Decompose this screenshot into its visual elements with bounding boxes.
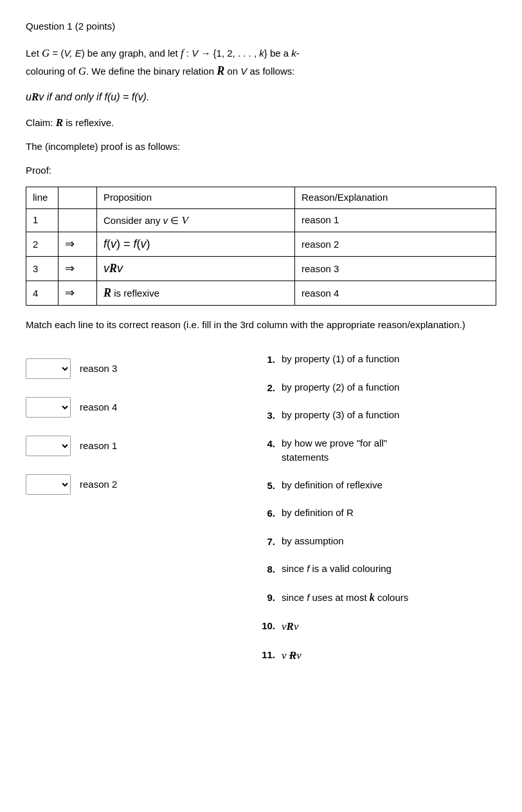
option-num-5: 5.	[257, 478, 275, 494]
option-text-7: by assumption	[282, 534, 344, 549]
option-8: 8. since f is a valid colouring	[257, 562, 496, 577]
proof-table: line Proposition Reason/Explanation 1 Co…	[26, 187, 496, 306]
answers-section: 1 2 3 4 5 6 7 8 9 10 11 reason 3 1 2 3 4	[26, 352, 496, 677]
table-row: 4 ⇒ R is reflexive reason 4	[26, 281, 496, 306]
dropdown-row-reason1: 1 2 3 4 5 6 7 8 9 10 11 reason 1	[26, 436, 219, 456]
question-title: Question 1 (2 points)	[26, 19, 496, 34]
proof-label: Proof:	[26, 163, 496, 178]
option-text-3: by property (3) of a function	[282, 408, 399, 423]
prop-2: f(v) = f(v)	[97, 232, 295, 257]
option-3: 3. by property (3) of a function	[257, 408, 496, 423]
option-num-4: 4.	[257, 436, 275, 452]
option-text-10: vRv	[282, 618, 298, 635]
option-10: 10. vRv	[257, 618, 496, 635]
option-num-11: 11.	[257, 647, 275, 663]
line-1: 1	[26, 208, 59, 232]
option-num-9: 9.	[257, 590, 275, 605]
reason-2: reason 2	[295, 232, 496, 257]
option-text-11: v Rv	[282, 647, 302, 664]
arrow-1	[59, 208, 97, 232]
option-num-6: 6.	[257, 506, 275, 521]
math-V1: V	[192, 48, 198, 59]
reason1-label: reason 1	[80, 439, 117, 454]
option-text-9: since f uses at most k colours	[282, 590, 408, 605]
option-text-2: by property (2) of a function	[282, 380, 399, 395]
option-text-5: by definition of reflexive	[282, 478, 382, 493]
prop-3: vRv	[97, 257, 295, 281]
option-num-10: 10.	[257, 618, 275, 634]
line-4: 4	[26, 281, 59, 306]
dropdown-row-reason2: 1 2 3 4 5 6 7 8 9 10 11 reason 2	[26, 474, 219, 495]
math-k2: k	[291, 48, 296, 59]
arrow-3: ⇒	[59, 257, 97, 281]
dropdown-row-reason4: 1 2 3 4 5 6 7 8 9 10 11 reason 4	[26, 397, 219, 418]
reason2-select[interactable]: 1 2 3 4 5 6 7 8 9 10 11	[26, 474, 71, 495]
col-header-reason: Reason/Explanation	[295, 187, 496, 209]
option-1: 1. by property (1) of a function	[257, 352, 496, 367]
reason-3: reason 3	[295, 257, 496, 281]
col-header-proposition: Proposition	[97, 187, 295, 209]
col-header-empty	[59, 187, 97, 209]
reason2-label: reason 2	[80, 477, 117, 492]
option-num-1: 1.	[257, 352, 275, 367]
options-column: 1. by property (1) of a function 2. by p…	[219, 352, 496, 677]
math-k1: k	[259, 48, 264, 59]
math-G: G	[42, 47, 50, 59]
option-num-8: 8.	[257, 562, 275, 577]
prop-4: R is reflexive	[97, 281, 295, 306]
option-9: 9. since f uses at most k colours	[257, 590, 496, 605]
table-row: 3 ⇒ vRv reason 3	[26, 257, 496, 281]
reason-4: reason 4	[295, 281, 496, 306]
table-row: 2 ⇒ f(v) = f(v) reason 2	[26, 232, 496, 257]
option-6: 6. by definition of R	[257, 506, 496, 521]
option-num-3: 3.	[257, 408, 275, 423]
option-num-2: 2.	[257, 380, 275, 396]
arrow-4: ⇒	[59, 281, 97, 306]
reason4-label: reason 4	[80, 400, 117, 415]
table-row: 1 Consider any v ∈ V reason 1	[26, 208, 496, 232]
arrow-2: ⇒	[59, 232, 97, 257]
math-VE: V, E	[64, 48, 81, 59]
line-2: 2	[26, 232, 59, 257]
reason3-select[interactable]: 1 2 3 4 5 6 7 8 9 10 11	[26, 358, 71, 379]
math-R1: R	[217, 64, 224, 77]
dropdowns-column: 1 2 3 4 5 6 7 8 9 10 11 reason 3 1 2 3 4	[26, 352, 219, 677]
line-3: 3	[26, 257, 59, 281]
math-V2: V	[240, 66, 247, 77]
question-title-text: Question 1	[26, 21, 73, 32]
option-4: 4. by how we prove "for all"statements	[257, 436, 496, 465]
option-11: 11. v Rv	[257, 647, 496, 664]
question-points: (2 points)	[75, 21, 116, 32]
option-2: 2. by property (2) of a function	[257, 380, 496, 396]
reason4-select[interactable]: 1 2 3 4 5 6 7 8 9 10 11	[26, 397, 71, 418]
dropdown-row-reason3: 1 2 3 4 5 6 7 8 9 10 11 reason 3	[26, 358, 219, 379]
option-7: 7. by assumption	[257, 534, 496, 549]
proof-intro: The (incomplete) proof is as follows:	[26, 140, 496, 154]
option-text-4: by how we prove "for all"statements	[282, 436, 387, 465]
intro-paragraph: Let G = (V, E) be any graph, and let f :…	[26, 44, 496, 80]
match-instruction: Match each line to its correct reason (i…	[26, 317, 496, 333]
col-header-line: line	[26, 187, 59, 209]
relation-definition: uRv if and only if f(u) = f(v).	[26, 89, 496, 106]
reason1-select[interactable]: 1 2 3 4 5 6 7 8 9 10 11	[26, 436, 71, 456]
math-G2: G	[78, 65, 86, 77]
option-text-6: by definition of R	[282, 506, 354, 521]
option-5: 5. by definition of reflexive	[257, 478, 496, 494]
option-num-7: 7.	[257, 534, 275, 549]
reason-1: reason 1	[295, 208, 496, 232]
claim-text: Claim: R is reflexive.	[26, 115, 496, 131]
option-text-1: by property (1) of a function	[282, 352, 399, 367]
option-text-8: since f is a valid colouring	[282, 562, 392, 577]
reason3-label: reason 3	[80, 362, 117, 376]
prop-1: Consider any v ∈ V	[97, 208, 295, 232]
math-f1: f	[181, 47, 184, 59]
